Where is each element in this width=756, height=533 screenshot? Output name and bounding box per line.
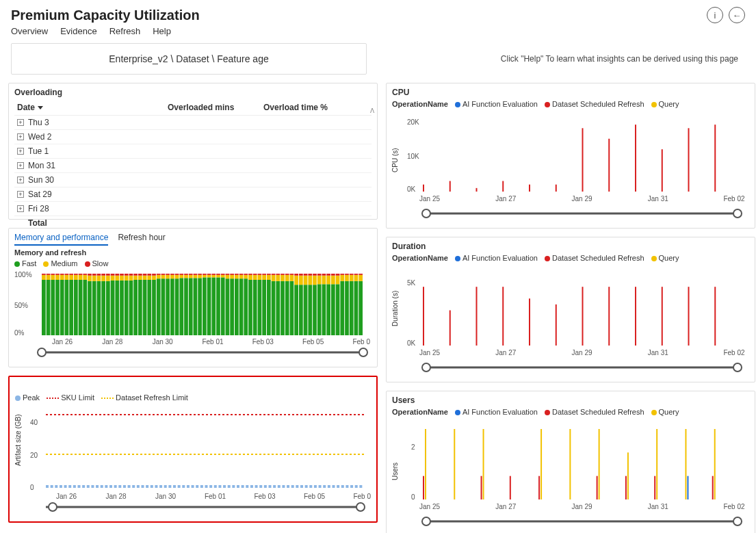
slider-handle-left[interactable] xyxy=(38,348,46,356)
svg-rect-309 xyxy=(529,185,530,192)
table-row[interactable]: +Thu 3 xyxy=(14,116,372,130)
dot-icon xyxy=(545,410,550,415)
svg-text:5K: 5K xyxy=(407,279,416,287)
col-overload-pct[interactable]: Overload time % xyxy=(263,103,359,112)
svg-rect-34 xyxy=(88,276,92,281)
svg-rect-32 xyxy=(83,274,87,275)
svg-rect-293 xyxy=(359,485,362,488)
svg-rect-135 xyxy=(244,278,248,335)
svg-rect-267 xyxy=(242,485,244,488)
svg-rect-314 xyxy=(662,149,663,192)
expand-icon[interactable]: + xyxy=(17,191,24,198)
legend-query: Query xyxy=(659,408,679,416)
svg-rect-110 xyxy=(203,274,207,275)
svg-rect-91 xyxy=(175,275,179,278)
svg-rect-51 xyxy=(115,281,119,335)
svg-rect-310 xyxy=(556,185,557,192)
subtab-memory[interactable]: Memory and performance xyxy=(14,233,108,246)
slider-handle-left[interactable] xyxy=(49,503,57,511)
svg-rect-10 xyxy=(51,275,55,280)
svg-rect-347 xyxy=(454,429,455,499)
artifact-chart: Artifact size (GB) 40 20 0 Jan 26Jan 28J… xyxy=(15,404,371,514)
svg-rect-74 xyxy=(147,274,151,276)
svg-rect-57 xyxy=(125,281,129,335)
tab-evidence[interactable]: Evidence xyxy=(60,26,96,36)
svg-rect-249 xyxy=(159,485,162,488)
svg-rect-326 xyxy=(449,311,451,346)
slider-handle-right[interactable] xyxy=(356,503,365,511)
svg-text:Feb 07: Feb 07 xyxy=(352,338,370,346)
svg-rect-315 xyxy=(688,128,690,192)
scroll-up-icon[interactable]: ᐱ xyxy=(370,107,374,114)
svg-rect-189 xyxy=(326,284,330,335)
users-card: Users OperationName AI Function Evaluati… xyxy=(386,391,755,533)
svg-text:50%: 50% xyxy=(14,302,28,309)
nav-tabs: Overview Evidence Refresh Help xyxy=(0,26,756,43)
col-date[interactable]: Date xyxy=(17,103,168,112)
svg-rect-357 xyxy=(625,476,627,499)
legend-query: Query xyxy=(659,100,679,108)
table-row[interactable]: +Mon 31 xyxy=(14,159,372,173)
expand-icon[interactable]: + xyxy=(17,177,24,183)
table-row[interactable]: +Sat 29 xyxy=(14,187,372,202)
svg-rect-329 xyxy=(529,298,530,346)
table-row[interactable]: +Tue 1 xyxy=(14,144,372,159)
svg-rect-285 xyxy=(323,485,326,488)
svg-rect-151 xyxy=(267,275,271,280)
svg-rect-125 xyxy=(226,274,230,275)
svg-rect-288 xyxy=(337,485,339,488)
svg-rect-137 xyxy=(244,274,248,275)
expand-icon[interactable]: + xyxy=(17,205,24,212)
tab-overview[interactable]: Overview xyxy=(11,26,48,36)
slider-handle-left[interactable] xyxy=(422,209,430,218)
svg-text:Feb 01: Feb 01 xyxy=(202,338,224,346)
svg-rect-154 xyxy=(272,275,276,281)
slider-handle-right[interactable] xyxy=(733,209,742,218)
svg-rect-208 xyxy=(354,275,359,281)
svg-rect-183 xyxy=(317,284,322,335)
svg-rect-262 xyxy=(218,485,221,488)
subtab-refresh-hour[interactable]: Refresh hour xyxy=(118,233,165,246)
row-label: Tue 1 xyxy=(28,146,49,156)
svg-rect-115 xyxy=(211,275,216,278)
svg-rect-333 xyxy=(635,287,636,346)
slider-handle-left[interactable] xyxy=(422,363,430,372)
svg-rect-225 xyxy=(51,485,53,488)
back-icon[interactable]: ← xyxy=(729,7,745,23)
slider-handle-left[interactable] xyxy=(422,517,430,525)
svg-rect-105 xyxy=(198,278,202,335)
svg-rect-121 xyxy=(221,275,225,278)
svg-rect-156 xyxy=(276,281,280,335)
slider-handle-right[interactable] xyxy=(733,363,742,372)
tab-refresh[interactable]: Refresh xyxy=(109,26,141,36)
svg-rect-212 xyxy=(359,274,363,275)
svg-rect-279 xyxy=(296,485,298,488)
expand-icon[interactable]: + xyxy=(17,133,24,140)
svg-rect-6 xyxy=(47,280,51,335)
expand-icon[interactable]: + xyxy=(17,162,24,169)
svg-rect-178 xyxy=(308,276,312,285)
expand-icon[interactable]: + xyxy=(17,148,24,155)
slider-handle-right[interactable] xyxy=(359,348,367,356)
svg-rect-76 xyxy=(152,276,156,280)
table-row[interactable]: +Fri 28 xyxy=(14,202,372,216)
svg-rect-53 xyxy=(115,274,119,276)
col-overloaded-mins[interactable]: Overloaded mins xyxy=(168,103,263,112)
info-icon[interactable]: i xyxy=(707,7,723,23)
table-row[interactable]: +Sun 30 xyxy=(14,173,372,187)
svg-rect-44 xyxy=(101,274,105,276)
svg-rect-41 xyxy=(97,274,101,276)
row-label: Sun 30 xyxy=(28,175,54,185)
svg-rect-355 xyxy=(597,476,598,499)
svg-rect-260 xyxy=(209,485,212,488)
svg-rect-255 xyxy=(187,485,190,488)
expand-icon[interactable]: + xyxy=(17,119,24,126)
table-row[interactable]: +Wed 2 xyxy=(14,130,372,144)
svg-rect-185 xyxy=(317,274,322,276)
tab-help[interactable]: Help xyxy=(153,26,171,36)
svg-rect-86 xyxy=(166,274,170,275)
svg-rect-9 xyxy=(51,280,55,335)
slider-handle-right[interactable] xyxy=(733,517,742,525)
svg-rect-138 xyxy=(248,280,252,335)
svg-rect-266 xyxy=(237,485,239,488)
